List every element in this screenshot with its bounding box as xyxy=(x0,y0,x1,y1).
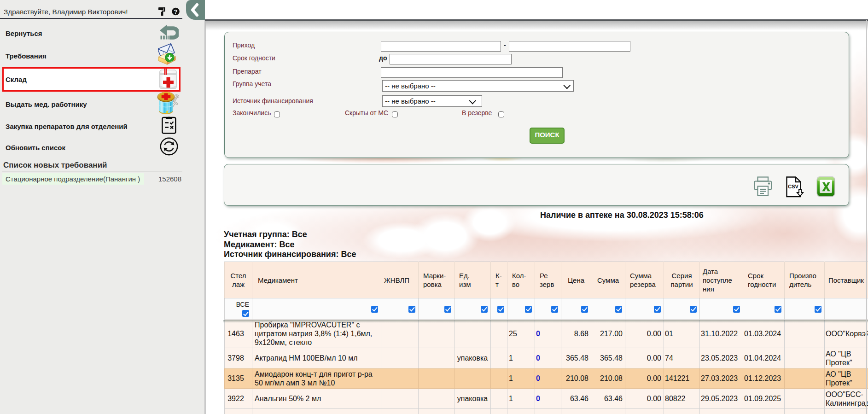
svg-text:?: ? xyxy=(174,8,178,15)
svg-text:CSV: CSV xyxy=(788,184,798,189)
